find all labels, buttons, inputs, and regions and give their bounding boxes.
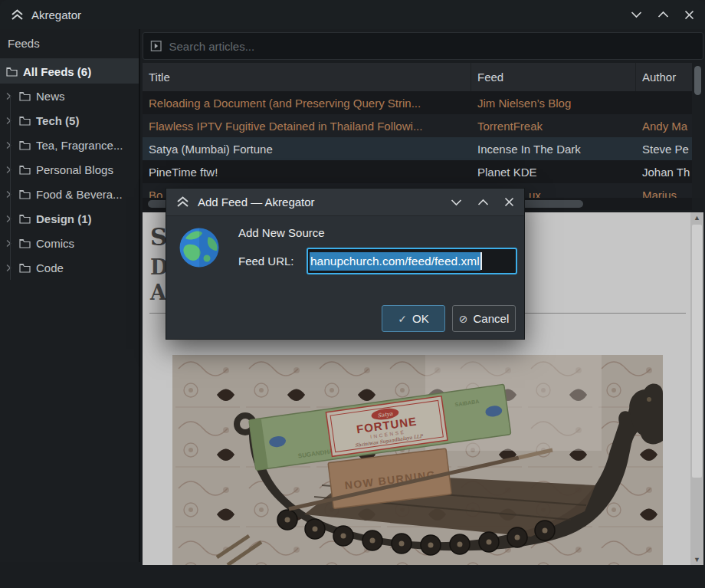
minimize-icon[interactable] — [451, 199, 462, 206]
article-list-vscrollbar[interactable] — [692, 63, 703, 198]
akregator-app-icon — [176, 196, 189, 208]
ok-button[interactable]: ✓ OK — [382, 305, 445, 332]
close-icon[interactable] — [504, 197, 514, 207]
search-bar — [143, 32, 703, 60]
article-row[interactable]: Reloading a Document (and Preserving Que… — [143, 91, 703, 114]
column-header-author[interactable]: Author — [636, 63, 692, 91]
sidebar-item-tea-fragrance[interactable]: Tea, Fragrance... — [0, 133, 139, 157]
add-feed-dialog: Add Feed — Akregator Add New Source Feed… — [166, 188, 525, 340]
cancel-button[interactable]: ⊘ Cancel — [452, 305, 516, 332]
minimize-icon[interactable] — [631, 11, 642, 18]
feed-tree: All Feeds (6) News Tech (5) Tea, Fragran… — [0, 59, 139, 280]
scroll-down-arrow-icon[interactable]: ▼ — [690, 554, 703, 565]
akregator-window: Akregator Feeds All Feeds (6) News — [0, 0, 705, 588]
article-photo-incense-boat: ) — [172, 355, 663, 565]
article-list-header: Title Feed Author — [143, 63, 703, 91]
article-scrollbar[interactable]: ▲ ▼ — [690, 212, 703, 565]
window-titlebar[interactable]: Akregator — [0, 0, 705, 29]
folder-icon — [19, 238, 31, 248]
dialog-titlebar[interactable]: Add Feed — Akregator — [166, 189, 524, 216]
sidebar-item-news[interactable]: News — [0, 84, 139, 108]
feed-url-input[interactable]: hanupchurch.com/feed/feed.xml — [307, 248, 517, 274]
folder-icon — [19, 91, 31, 101]
article-row-selected[interactable]: Satya (Mumbai) Fortune Incense In The Da… — [143, 137, 703, 160]
globe-icon — [179, 227, 220, 268]
cancel-slash-icon: ⊘ — [459, 313, 468, 325]
folder-icon — [19, 214, 31, 224]
article-row[interactable]: PineTime ftw! Planet KDE Johan Th — [143, 160, 703, 183]
feeds-panel-header: Feeds — [0, 29, 139, 59]
check-icon: ✓ — [398, 313, 407, 325]
folder-icon — [6, 67, 18, 77]
article-author-fragment: A — [150, 281, 166, 304]
article-list: Title Feed Author Reloading a Document (… — [143, 63, 703, 198]
feed-url-label: Feed URL: — [238, 255, 294, 268]
scroll-up-arrow-icon[interactable]: ▲ — [690, 212, 703, 223]
folder-icon — [19, 116, 31, 126]
akregator-app-icon — [11, 9, 24, 21]
column-header-title[interactable]: Title — [143, 63, 471, 91]
feed-sidebar: Feeds All Feeds (6) News Tech (5) Tea, F — [0, 29, 140, 562]
search-input[interactable] — [169, 40, 696, 53]
folder-icon — [19, 140, 31, 150]
sidebar-item-comics[interactable]: Comics — [0, 231, 139, 255]
sidebar-item-food-beverage[interactable]: Food & Bevera... — [0, 182, 139, 206]
search-filter-icon — [150, 40, 162, 52]
dialog-heading: Add New Source — [238, 226, 325, 239]
column-header-feed[interactable]: Feed — [471, 63, 636, 91]
sidebar-item-code[interactable]: Code — [0, 255, 139, 280]
dialog-title: Add Feed — Akregator — [198, 195, 315, 209]
vscrollbar-thumb[interactable] — [694, 66, 701, 95]
folder-icon — [19, 189, 31, 199]
article-row[interactable]: Flawless IPTV Fugitive Detained in Thail… — [143, 114, 703, 137]
article-scrollbar-thumb[interactable] — [692, 225, 702, 478]
text-caret — [480, 252, 482, 270]
folder-icon — [19, 263, 31, 273]
folder-icon — [19, 165, 31, 175]
window-title: Akregator — [31, 8, 81, 21]
sidebar-item-design[interactable]: Design (1) — [0, 206, 139, 231]
sidebar-item-personal-blogs[interactable]: Personal Blogs — [0, 157, 139, 182]
maximize-icon[interactable] — [657, 11, 669, 18]
sidebar-item-tech[interactable]: Tech (5) — [0, 108, 139, 133]
close-icon[interactable] — [684, 10, 694, 20]
selected-url-text: hanupchurch.com/feed/feed.xml — [310, 252, 480, 271]
tree-guide-line — [10, 96, 11, 280]
maximize-icon[interactable] — [477, 199, 489, 206]
sidebar-item-all-feeds[interactable]: All Feeds (6) — [0, 59, 139, 84]
